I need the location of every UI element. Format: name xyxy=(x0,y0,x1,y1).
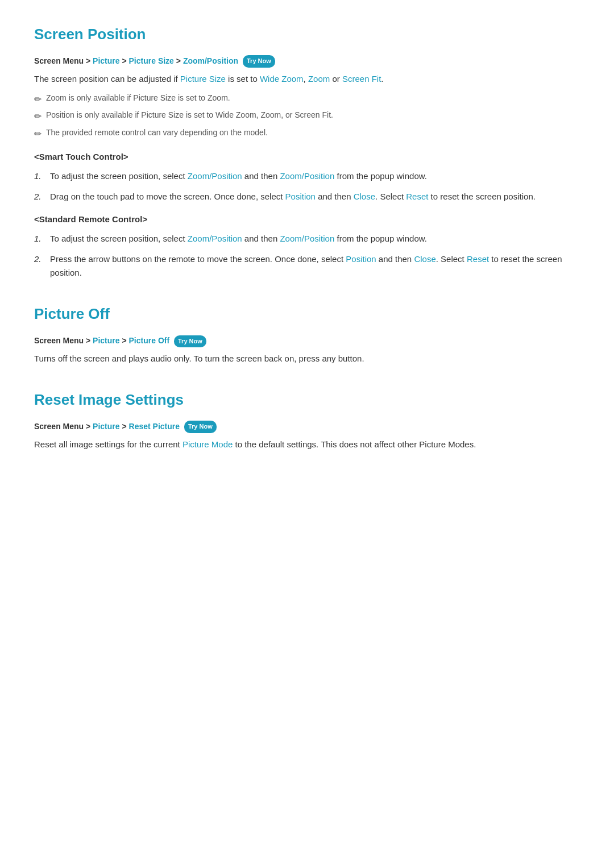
standard-remote-title: <Standard Remote Control> xyxy=(34,213,580,226)
ri-try-now-badge[interactable]: Try Now xyxy=(184,421,217,433)
smart-touch-steps: 1. To adjust the screen position, select… xyxy=(34,169,580,203)
note-icon-2: ✏ xyxy=(34,109,42,124)
intro-text-mid1: is set to xyxy=(226,74,260,84)
step-2-text: Drag on the touch pad to move the screen… xyxy=(50,190,536,203)
notes-list: ✏ Zoom is only available if Picture Size… xyxy=(34,92,580,142)
po-breadcrumb-sep1: > xyxy=(120,336,129,345)
step-1-text: To adjust the screen position, select Zo… xyxy=(50,169,427,183)
reset-image-title: Reset Image Settings xyxy=(34,388,580,412)
intro-wide-zoom-link[interactable]: Wide Zoom xyxy=(260,74,304,84)
intro-sep1: , xyxy=(304,74,308,84)
screen-position-intro: The screen position can be adjusted if P… xyxy=(34,72,580,86)
picture-off-body: Turns off the screen and plays audio onl… xyxy=(34,352,580,366)
note-item: ✏ The provided remote control can vary d… xyxy=(34,126,580,142)
intro-zoom-link[interactable]: Zoom xyxy=(308,74,330,84)
breadcrumb-picture-size-link[interactable]: Picture Size xyxy=(129,56,174,65)
breadcrumb-prefix: Screen Menu > xyxy=(34,56,93,65)
note-icon-1: ✏ xyxy=(34,92,42,107)
std-step-1-text: To adjust the screen position, select Zo… xyxy=(50,232,427,246)
note-icon-3: ✏ xyxy=(34,127,42,142)
std-zoom-position-link-1[interactable]: Zoom/Position xyxy=(188,234,242,243)
intro-text-before: The screen position can be adjusted if xyxy=(34,74,180,84)
std-close-link[interactable]: Close xyxy=(414,254,435,264)
std-step-2-text: Press the arrow buttons on the remote to… xyxy=(50,252,580,280)
intro-screen-fit-link[interactable]: Screen Fit xyxy=(342,74,381,84)
screen-position-section: Screen Position Screen Menu > Picture > … xyxy=(34,23,580,280)
screen-position-title: Screen Position xyxy=(34,23,580,47)
note-item: ✏ Position is only available if Picture … xyxy=(34,109,580,124)
smart-touch-step-1: 1. To adjust the screen position, select… xyxy=(34,169,580,183)
standard-remote-subsection: <Standard Remote Control> 1. To adjust t… xyxy=(34,213,580,280)
standard-remote-step-2: 2. Press the arrow buttons on the remote… xyxy=(34,252,580,280)
ri-breadcrumb-sep1: > xyxy=(120,422,129,431)
std-zoom-position-link-2[interactable]: Zoom/Position xyxy=(280,234,334,243)
reset-image-section: Reset Image Settings Screen Menu > Pictu… xyxy=(34,388,580,451)
std-step-number-2: 2. xyxy=(34,252,44,266)
standard-remote-step-1: 1. To adjust the screen position, select… xyxy=(34,232,580,246)
step-number-2: 2. xyxy=(34,190,44,203)
reset-image-body: Reset all image settings for the current… xyxy=(34,438,580,451)
picture-off-title: Picture Off xyxy=(34,302,580,326)
screen-position-breadcrumb: Screen Menu > Picture > Picture Size > Z… xyxy=(34,55,580,68)
smart-touch-subsection: <Smart Touch Control> 1. To adjust the s… xyxy=(34,150,580,203)
smart-touch-title: <Smart Touch Control> xyxy=(34,150,580,164)
ri-picture-mode-link[interactable]: Picture Mode xyxy=(182,439,233,449)
ri-breadcrumb-picture-link[interactable]: Picture xyxy=(93,422,119,431)
breadcrumb-picture-link[interactable]: Picture xyxy=(93,56,119,65)
smart-touch-zoom-position-link-1[interactable]: Zoom/Position xyxy=(188,171,242,181)
ri-body-before: Reset all image settings for the current xyxy=(34,439,182,449)
smart-touch-position-link[interactable]: Position xyxy=(285,192,316,201)
ri-breadcrumb-prefix: Screen Menu > xyxy=(34,422,93,431)
std-reset-link[interactable]: Reset xyxy=(467,254,489,264)
smart-touch-step-2: 2. Drag on the touch pad to move the scr… xyxy=(34,190,580,203)
try-now-badge[interactable]: Try Now xyxy=(243,55,275,68)
intro-text-mid2: or xyxy=(330,74,342,84)
ri-body-end: to the default settings. This does not a… xyxy=(233,439,476,449)
breadcrumb-sep2: > xyxy=(174,56,183,65)
picture-off-section: Picture Off Screen Menu > Picture > Pict… xyxy=(34,302,580,366)
po-breadcrumb-picture-off-link[interactable]: Picture Off xyxy=(129,336,170,345)
po-breadcrumb-prefix: Screen Menu > xyxy=(34,336,93,345)
po-breadcrumb-picture-link[interactable]: Picture xyxy=(93,336,119,345)
note-text-3: The provided remote control can vary dep… xyxy=(46,126,268,139)
reset-image-breadcrumb: Screen Menu > Picture > Reset Picture Tr… xyxy=(34,420,580,433)
breadcrumb-sep1: > xyxy=(120,56,129,65)
intro-text-end: . xyxy=(381,74,383,84)
note-text-2: Position is only available if Picture Si… xyxy=(46,109,333,121)
std-step-number-1: 1. xyxy=(34,232,44,246)
smart-touch-zoom-position-link-2[interactable]: Zoom/Position xyxy=(280,171,334,181)
smart-touch-close-link[interactable]: Close xyxy=(354,192,375,201)
ri-breadcrumb-reset-picture-link[interactable]: Reset Picture xyxy=(129,422,180,431)
breadcrumb-zoom-position-link[interactable]: Zoom/Position xyxy=(183,56,238,65)
po-try-now-badge[interactable]: Try Now xyxy=(174,335,206,348)
std-position-link[interactable]: Position xyxy=(346,254,376,264)
smart-touch-reset-link[interactable]: Reset xyxy=(406,192,428,201)
intro-picture-size-link[interactable]: Picture Size xyxy=(180,74,226,84)
picture-off-breadcrumb: Screen Menu > Picture > Picture Off Try … xyxy=(34,334,580,347)
standard-remote-steps: 1. To adjust the screen position, select… xyxy=(34,232,580,280)
step-number-1: 1. xyxy=(34,169,44,183)
note-item: ✏ Zoom is only available if Picture Size… xyxy=(34,92,580,107)
note-text-1: Zoom is only available if Picture Size i… xyxy=(46,92,230,104)
